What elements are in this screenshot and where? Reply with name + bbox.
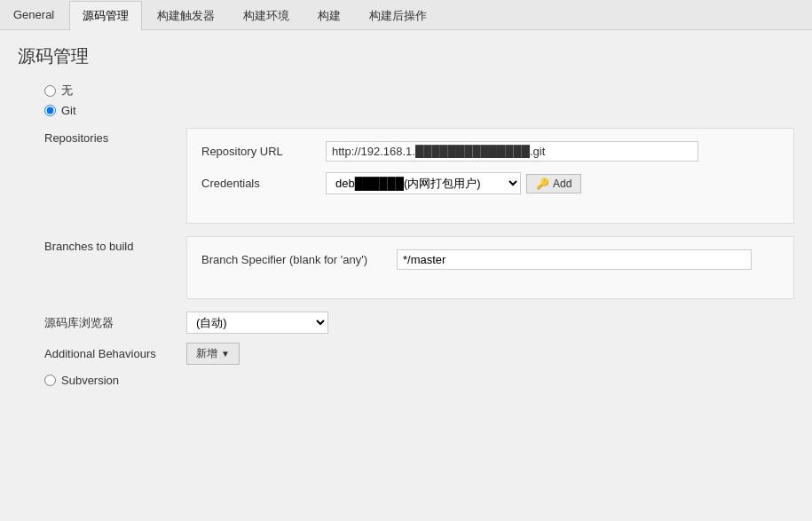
tab-scm[interactable]: 源码管理	[69, 1, 142, 30]
key-icon: 🔑	[536, 178, 549, 190]
main-content: 源码管理 无 Git Repositories Repository URL	[0, 30, 812, 509]
branch-specifier-row: Branch Specifier (blank for 'any')	[201, 249, 779, 270]
dropdown-arrow-icon: ▼	[221, 349, 230, 359]
subversion-row: Subversion	[44, 374, 794, 387]
radio-group: 无 Git	[44, 83, 794, 117]
repositories-label: Repositories	[44, 128, 186, 224]
credentials-row: Credentials deb██████(内网打包用户) 🔑 Add	[201, 172, 779, 194]
git-section: Repositories Repository URL Credentials …	[44, 128, 794, 387]
additional-behaviours-row: Additional Behaviours 新增 ▼	[44, 343, 794, 365]
tab-bar: General 源码管理 构建触发器 构建环境 构建 构建后操作	[0, 0, 812, 30]
add-credentials-button[interactable]: 🔑 Add	[526, 174, 581, 193]
radio-subversion[interactable]: Subversion	[44, 374, 119, 387]
page-title: 源码管理	[18, 44, 794, 68]
radio-subversion-input[interactable]	[44, 375, 56, 386]
repositories-row: Repositories Repository URL Credentials …	[44, 128, 794, 224]
radio-none-input[interactable]	[44, 85, 56, 97]
branch-specifier-label: Branch Specifier (blank for 'any')	[201, 253, 397, 266]
tab-env[interactable]: 构建环境	[230, 1, 303, 30]
repositories-content: Repository URL Credentials deb██████(内网打…	[186, 128, 794, 224]
branches-row: Branches to build Branch Specifier (blan…	[44, 236, 794, 299]
branches-content: Branch Specifier (blank for 'any')	[186, 236, 794, 299]
tab-general[interactable]: General	[0, 1, 67, 30]
radio-none-label: 无	[61, 83, 73, 99]
subversion-label: Subversion	[61, 374, 119, 387]
new-button-label: 新增	[196, 346, 217, 361]
bottom-rows: 源码库浏览器 (自动) Additional Behaviours 新增 ▼ S…	[44, 312, 794, 387]
add-button-label: Add	[553, 178, 572, 190]
browser-select[interactable]: (自动)	[186, 312, 328, 334]
radio-git-input[interactable]	[44, 105, 56, 116]
radio-git[interactable]: Git	[44, 104, 794, 117]
new-behaviour-button[interactable]: 新增 ▼	[186, 343, 240, 365]
tab-triggers[interactable]: 构建触发器	[144, 1, 228, 30]
credentials-label: Credentials	[201, 177, 326, 190]
radio-git-label: Git	[61, 104, 76, 117]
tab-build[interactable]: 构建	[304, 1, 354, 30]
repo-url-label: Repository URL	[201, 145, 326, 158]
repo-url-input[interactable]	[326, 141, 698, 162]
tab-post[interactable]: 构建后操作	[356, 1, 440, 30]
additional-behaviours-label: Additional Behaviours	[44, 347, 186, 360]
credentials-select[interactable]: deb██████(内网打包用户)	[326, 172, 521, 194]
repo-url-row: Repository URL	[201, 141, 779, 162]
branches-label: Branches to build	[44, 236, 186, 299]
browser-row: 源码库浏览器 (自动)	[44, 312, 794, 334]
branch-specifier-input[interactable]	[397, 249, 752, 270]
browser-label: 源码库浏览器	[44, 315, 186, 331]
radio-none[interactable]: 无	[44, 83, 794, 99]
